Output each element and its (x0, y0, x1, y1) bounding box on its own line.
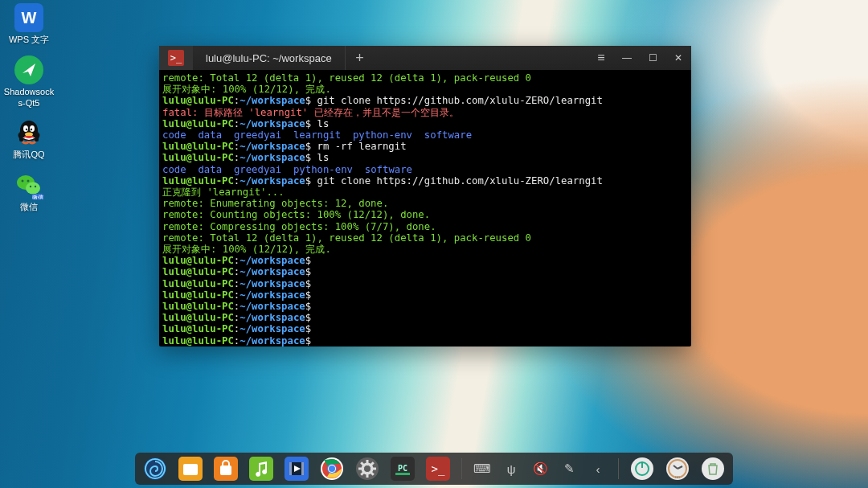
terminal-tab[interactable]: lulu@lulu-PC: ~/workspace (193, 46, 346, 70)
dock-separator (461, 458, 462, 479)
svg-point-60 (702, 457, 724, 480)
svg-point-16 (30, 186, 31, 187)
close-button[interactable]: ✕ (665, 46, 691, 70)
terminal-titlebar[interactable]: >_ lulu@lulu-PC: ~/workspace + ≡ — ☐ ✕ (159, 46, 691, 70)
desktop-icons-area: WWPS 文字Shadowsock s-Qt5腾讯QQ微信微信 (3, 3, 55, 213)
svg-point-7 (26, 129, 27, 130)
svg-point-52 (631, 457, 653, 480)
terminal-prompt-line: lulu@lulu-PC:~/workspace$ (162, 266, 688, 277)
svg-rect-22 (183, 464, 198, 475)
terminal-window[interactable]: >_ lulu@lulu-PC: ~/workspace + ≡ — ☐ ✕ r… (159, 46, 691, 347)
svg-rect-11 (35, 134, 39, 141)
volume-icon[interactable]: 🔇 (531, 460, 549, 478)
terminal-prompt-line: lulu@lulu-PC:~/workspace$ (162, 255, 688, 266)
desktop-icon-wechat[interactable]: 微信微信 (3, 170, 55, 213)
tencent-qq-icon (14, 118, 43, 147)
terminal-prompt-line: lulu@lulu-PC:~/workspace$ (162, 301, 688, 312)
dock-app-app-store[interactable] (214, 457, 238, 481)
shutdown-button[interactable] (630, 457, 654, 481)
svg-rect-29 (289, 462, 292, 475)
dock-app-music[interactable] (249, 457, 273, 481)
terminal-prompt-line: lulu@lulu-PC:~/workspace$ (162, 335, 688, 347)
svg-point-14 (22, 180, 24, 182)
terminal-prompt-line: lulu@lulu-PC:~/workspace$ git clone http… (162, 95, 688, 106)
minimize-button[interactable]: — (614, 46, 640, 70)
dock-app-terminal[interactable]: >_ (426, 457, 450, 481)
svg-text:PC: PC (398, 464, 407, 473)
svg-rect-30 (301, 462, 304, 475)
terminal-prompt-line: lulu@lulu-PC:~/workspace$ git clone http… (162, 175, 688, 187)
svg-point-13 (26, 182, 40, 195)
wechat-icon: 微信 (14, 170, 43, 199)
svg-point-46 (364, 465, 371, 472)
terminal-prompt-line: lulu@lulu-PC:~/workspace$ (162, 289, 688, 301)
theme-icon[interactable]: ✎ (560, 460, 578, 478)
svg-rect-10 (19, 134, 23, 141)
svg-point-5 (23, 125, 28, 132)
dock-app-file-manager[interactable] (178, 457, 203, 481)
terminal-output-line: remote: Enumerating objects: 12, done. (162, 198, 688, 209)
trash-button[interactable] (701, 457, 725, 481)
desktop-icon-tencent-qq[interactable]: 腾讯QQ (3, 118, 55, 161)
terminal-output-line: remote: Counting objects: 100% (12/12), … (162, 209, 688, 220)
svg-rect-49 (395, 473, 410, 475)
svg-rect-25 (249, 457, 273, 481)
desktop-icon-shadowsocks[interactable]: Shadowsock s-Qt5 (3, 55, 55, 109)
terminal-output-line: remote: Compressing objects: 100% (7/7),… (162, 221, 688, 232)
svg-rect-24 (220, 465, 231, 475)
svg-point-35 (329, 465, 335, 472)
svg-text:W: W (22, 9, 37, 27)
tray-collapse-icon[interactable]: ‹ (589, 460, 607, 478)
dock-app-launcher[interactable] (143, 457, 167, 481)
terminal-prompt-line: lulu@lulu-PC:~/workspace$ (162, 312, 688, 323)
svg-text:>_: >_ (432, 462, 445, 476)
desktop-icon-label: 腾讯QQ (13, 150, 44, 161)
terminal-tab-title: lulu@lulu-PC: ~/workspace (206, 52, 332, 64)
terminal-output-line: fatal: 目标路径 'learngit' 已经存在，并且不是一个空目录。 (162, 107, 688, 118)
terminal-output-line: 展开对象中: 100% (12/12), 完成. (162, 244, 688, 255)
desktop-icon-wps[interactable]: WWPS 文字 (3, 3, 55, 46)
terminal-output-line: 展开对象中: 100% (12/12), 完成. (162, 84, 688, 95)
dock-app-chrome[interactable] (320, 457, 344, 481)
keyboard-icon[interactable]: ⌨ (473, 460, 491, 478)
dock-separator (618, 458, 619, 479)
terminal-prompt-line: lulu@lulu-PC:~/workspace$ ls (162, 118, 688, 129)
desktop-icon-label: Shadowsock s-Qt5 (4, 87, 54, 109)
shadowsocks-icon (14, 55, 43, 84)
maximize-button[interactable]: ☐ (640, 46, 665, 70)
svg-point-6 (30, 125, 35, 132)
terminal-output[interactable]: remote: Total 12 (delta 1), reused 12 (d… (159, 70, 691, 347)
terminal-prompt-line: lulu@lulu-PC:~/workspace$ (162, 323, 688, 334)
terminal-output-line: 正克隆到 'learngit'... (162, 187, 688, 198)
terminal-output-line: remote: Total 12 (delta 1), reused 12 (d… (162, 72, 688, 84)
dock[interactable]: PC>_⌨ψ🔇✎‹nn (135, 453, 733, 485)
terminal-app-icon: >_ (159, 46, 193, 70)
svg-text:微信: 微信 (32, 195, 43, 199)
usb-icon[interactable]: ψ (502, 460, 520, 478)
svg-point-17 (35, 186, 36, 187)
desktop-icon-label: 微信 (20, 202, 38, 213)
terminal-prompt-line: lulu@lulu-PC:~/workspace$ rm -rf learngi… (162, 141, 688, 152)
svg-point-15 (27, 180, 30, 182)
svg-point-8 (31, 129, 32, 130)
svg-text:nn: nn (675, 474, 680, 479)
terminal-menu-button[interactable]: ≡ (588, 46, 614, 70)
terminal-prompt-line: lulu@lulu-PC:~/workspace$ ls (162, 152, 688, 163)
terminal-output-line: code data greedyai learngit python-env s… (162, 129, 688, 141)
new-tab-button[interactable]: + (346, 46, 375, 70)
terminal-prompt-line: lulu@lulu-PC:~/workspace$ (162, 278, 688, 289)
dock-app-settings[interactable] (355, 457, 379, 481)
clock-widget[interactable]: nn (665, 457, 690, 481)
terminal-output-line: code data greedyai python-env software (162, 164, 688, 175)
dock-app-video[interactable] (285, 457, 309, 481)
svg-point-9 (25, 133, 33, 137)
desktop-icon-label: WPS 文字 (9, 35, 49, 46)
dock-app-pycharm[interactable]: PC (391, 457, 415, 481)
terminal-output-line: remote: Total 12 (delta 1), reused 12 (d… (162, 232, 688, 244)
wps-icon: W (14, 3, 43, 32)
